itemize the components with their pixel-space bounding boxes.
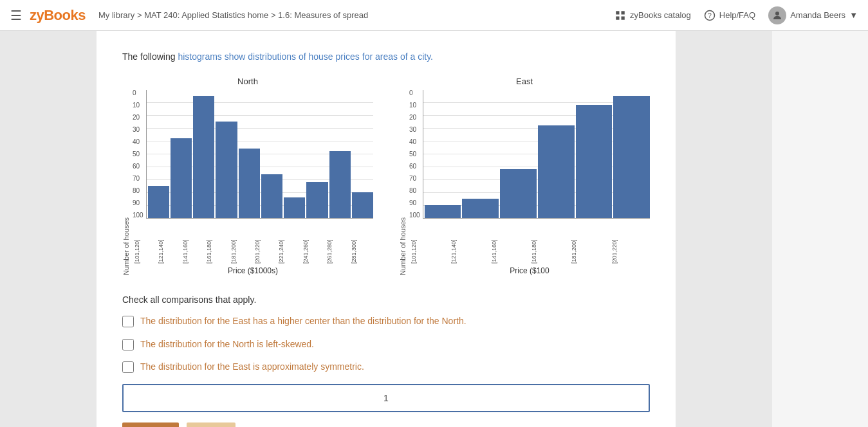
bar: [261, 174, 282, 218]
user-menu[interactable]: Amanda Beers ▼: [768, 6, 858, 24]
east-chart-area: Number of houses 100 90 80 70 60 50 40: [399, 90, 650, 275]
north-x-labels: [101,120][121,140][141,160][161,180][181…: [133, 219, 373, 264]
logo[interactable]: zyBooks: [30, 7, 86, 24]
content-area: The following histograms show distributi…: [97, 31, 676, 427]
bar: [613, 96, 650, 218]
bar: [329, 151, 351, 218]
svg-rect-2: [616, 16, 619, 19]
north-y-label: Number of houses: [122, 217, 130, 275]
east-x-axis-title: Price ($100: [409, 266, 650, 275]
checkbox-2[interactable]: [122, 339, 134, 350]
x-label: [281,300]: [351, 219, 373, 264]
north-chart: North Number of houses 100 90 80 70 60 5…: [122, 77, 373, 275]
north-bars-yaxis: 100 90 80 70 60 50 40 30 20 10 0: [133, 90, 373, 219]
svg-rect-3: [622, 16, 625, 19]
east-chart-title: East: [399, 77, 650, 86]
catalog-label: zyBooks catalog: [630, 10, 691, 20]
charts-container: North Number of houses 100 90 80 70 60 5…: [122, 77, 650, 275]
east-chart: East Number of houses 100 90 80 70 60 50: [399, 77, 650, 275]
help-icon: ?: [704, 10, 716, 21]
svg-text:?: ?: [708, 11, 712, 19]
north-x-axis-title: Price ($1000s): [133, 266, 373, 275]
answer-input[interactable]: [122, 384, 650, 412]
svg-rect-1: [622, 11, 625, 14]
svg-point-6: [775, 12, 779, 15]
checkbox-item-3: The distribution for the East is approxi…: [122, 361, 650, 374]
x-label: [161,180]: [206, 219, 228, 264]
checkbox-2-label[interactable]: The distribution for the North is left-s…: [140, 338, 314, 351]
x-label: [141,160]: [491, 219, 530, 264]
east-chart-inner: 100 90 80 70 60 50 40 30 20 10 0: [409, 90, 650, 275]
user-label: Amanda Beers: [790, 10, 845, 20]
east-bars-area: [423, 90, 650, 219]
north-y-ticks: 100 90 80 70 60 50 40 30 20 10 0: [133, 90, 143, 219]
sidebar-right: [676, 31, 772, 427]
bar: [352, 192, 373, 218]
x-label: [161,180]: [531, 219, 569, 264]
avatar: [768, 6, 786, 24]
east-y-ticks: 100 90 80 70 60 50 40 30 20 10 0: [409, 90, 420, 219]
chevron-down-icon: ▼: [849, 10, 858, 20]
bar: [306, 182, 328, 218]
north-chart-inner: 100 90 80 70 60 50 40 30 20 10 0: [133, 90, 373, 275]
bar: [171, 138, 192, 218]
catalog-icon: [614, 10, 626, 21]
checkbox-item-2: The distribution for the North is left-s…: [122, 338, 650, 351]
x-label: [181,200]: [230, 219, 253, 264]
bar: [148, 186, 169, 218]
x-label: [221,240]: [278, 219, 300, 264]
bar: [500, 169, 537, 218]
north-bars-area: [146, 90, 373, 219]
catalog-button[interactable]: zyBooks catalog: [614, 10, 691, 21]
x-label: [121,140]: [158, 219, 180, 264]
bar: [425, 205, 461, 218]
x-label: [261,280]: [326, 219, 349, 264]
buttons-row: Check Next: [122, 422, 650, 427]
north-chart-title: North: [122, 77, 373, 86]
next-button[interactable]: Next: [187, 422, 236, 427]
checkbox-1-label[interactable]: The distribution for the East has a high…: [140, 315, 466, 328]
sidebar-left: [0, 31, 97, 427]
breadcrumb: My library > MAT 240: Applied Statistics…: [98, 10, 368, 20]
east-x-labels: [101,120][121,140][141,160][161,180][181…: [409, 219, 650, 264]
bar: [576, 105, 613, 218]
bar: [193, 96, 214, 218]
help-label: Help/FAQ: [719, 10, 755, 20]
help-button[interactable]: ? Help/FAQ: [704, 10, 755, 21]
x-label: [201,220]: [611, 219, 650, 264]
menu-icon[interactable]: ☰: [10, 8, 22, 23]
x-label: [201,220]: [254, 219, 277, 264]
user-icon: [771, 10, 783, 21]
svg-rect-0: [616, 11, 619, 14]
x-label: [121,140]: [450, 219, 489, 264]
header-left: ☰ zyBooks My library > MAT 240: Applied …: [10, 7, 368, 24]
x-label: [141,160]: [182, 219, 205, 264]
question-intro: The following histograms show distributi…: [122, 50, 650, 64]
bar: [216, 122, 237, 218]
checkbox-3[interactable]: [122, 361, 134, 373]
x-label: [101,120]: [411, 219, 449, 264]
bar: [462, 199, 499, 218]
main-wrapper: The following histograms show distributi…: [0, 31, 868, 427]
check-label: Check all comparisons that apply.: [122, 295, 650, 305]
header-right: zyBooks catalog ? Help/FAQ Amanda Beers …: [614, 6, 858, 24]
header: ☰ zyBooks My library > MAT 240: Applied …: [0, 0, 868, 31]
bar: [239, 149, 260, 218]
x-label: [101,120]: [134, 219, 156, 264]
north-chart-area: Number of houses 100 90 80 70 60 50 40: [122, 90, 373, 275]
x-label: [241,260]: [302, 219, 325, 264]
east-y-label: Number of houses: [399, 217, 407, 275]
bar: [284, 197, 305, 218]
checkbox-item-1: The distribution for the East has a high…: [122, 315, 650, 328]
checkbox-1[interactable]: [122, 316, 134, 327]
intro-text-highlight: histograms show distributions of house p…: [178, 51, 433, 62]
x-label: [181,200]: [571, 219, 609, 264]
intro-text-plain: The following: [122, 51, 178, 62]
checkbox-3-label[interactable]: The distribution for the East is approxi…: [140, 361, 364, 374]
east-bars-yaxis: 100 90 80 70 60 50 40 30 20 10 0: [409, 90, 650, 219]
check-button[interactable]: Check: [122, 422, 179, 427]
bar: [538, 125, 575, 218]
